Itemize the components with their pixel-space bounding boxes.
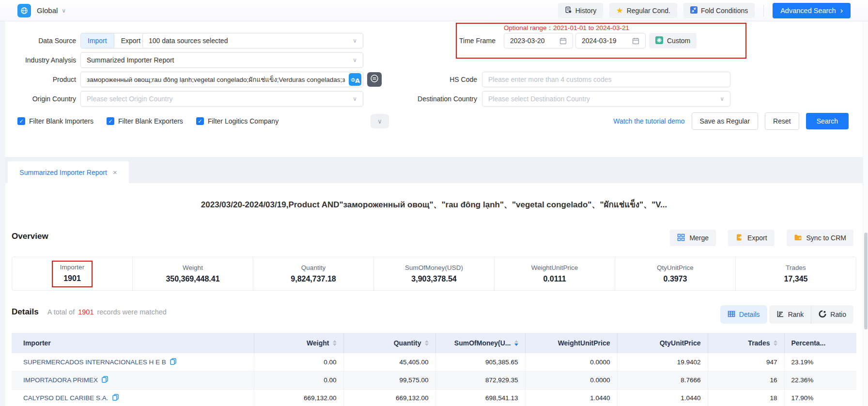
importer-link[interactable]: SUPERMERCADOS INTERNACIONALES H E B xyxy=(23,358,247,366)
copy-icon[interactable] xyxy=(170,358,176,366)
form-actions: Watch the tutorial demo Save as Regular … xyxy=(613,112,849,130)
origin-country-select[interactable]: Please select Origin Country ∨ xyxy=(80,91,363,107)
checkbox-checked-icon: ✓ xyxy=(196,117,204,125)
origin-country-label: Origin Country xyxy=(0,91,76,107)
history-button[interactable]: History xyxy=(558,3,604,18)
chevron-down-icon: ∨ xyxy=(720,95,724,102)
collapse-form-button[interactable]: ∨ xyxy=(371,114,389,128)
folder-sync-icon xyxy=(794,234,802,243)
cell-weight: 0.00 xyxy=(254,353,343,371)
merge-icon xyxy=(677,234,685,243)
header-percentage: Percenta... xyxy=(784,333,856,353)
records-summary: A total of1901records were matched xyxy=(47,308,167,316)
tab-summarized-importer-report[interactable]: Summarized Importer Report × xyxy=(8,161,129,183)
query-title: 2023/03/20-2024/03/19,Product AND"заморо… xyxy=(0,198,868,211)
header-sum-of-money[interactable]: SumOfMoney(U... xyxy=(435,333,525,353)
time-frame-label: Time Frame xyxy=(399,33,496,48)
screen: Global ∨ History ★ Regular Cond. Fold Co… xyxy=(0,0,868,406)
header-trades[interactable]: Trades xyxy=(708,333,784,353)
importer-link[interactable]: CALYPSO DEL CARIBE S.A. xyxy=(23,394,247,402)
date-to-value: 2024-03-19 xyxy=(582,37,617,45)
copy-icon[interactable] xyxy=(112,394,119,402)
table-row: CALYPSO DEL CARIBE S.A. 669,132.00 669,1… xyxy=(12,389,856,406)
cell-percentage: 17.90% xyxy=(784,389,856,406)
sort-icon[interactable] xyxy=(333,340,337,346)
sort-icon[interactable] xyxy=(774,340,777,346)
stat-quantity: Quantity 9,824,737.18 xyxy=(253,257,374,290)
search-button[interactable]: Search xyxy=(806,113,849,129)
header-importer: Importer xyxy=(12,333,254,353)
rank-view-button[interactable]: Rank xyxy=(769,305,811,324)
import-option[interactable]: Import xyxy=(81,33,114,48)
overview-stats-card: Importer 1901 Weight 350,369,448.41 Quan… xyxy=(12,257,856,291)
stat-value: 3,903,378.54 xyxy=(411,275,456,283)
merge-button[interactable]: Merge xyxy=(670,230,716,246)
filter-label: Filter Blank Importers xyxy=(29,117,93,125)
ratio-view-label: Ratio xyxy=(830,311,846,318)
stat-weight-unit-price: WeightUnitPrice 0.0111 xyxy=(495,257,615,290)
export-button[interactable]: Export xyxy=(728,230,774,246)
cell-quantity: 45,405.00 xyxy=(343,353,435,371)
translate-icon[interactable]: ФA xyxy=(349,73,361,88)
cell-trades: 18 xyxy=(708,389,784,406)
header-quantity[interactable]: Quantity xyxy=(343,333,435,353)
chevron-down-icon: ∨ xyxy=(377,118,382,125)
regular-cond-label: Regular Cond. xyxy=(627,7,670,15)
region-switcher[interactable]: Global ∨ xyxy=(17,4,66,17)
rank-view-label: Rank xyxy=(788,311,804,318)
checkbox-filter-logitics-company[interactable]: ✓ Filter Logitics Company xyxy=(196,117,279,125)
data-source-select[interactable]: 100 data sources selected ∨ xyxy=(142,33,363,48)
view-toggle-group: Rank Ratio xyxy=(769,305,853,324)
destination-country-select[interactable]: Please select Destination Country ∨ xyxy=(482,91,730,107)
hs-code-input[interactable] xyxy=(482,72,730,87)
cell-weight: 0.00 xyxy=(254,371,343,389)
close-icon[interactable]: × xyxy=(113,168,117,176)
date-from-input[interactable]: 2023-03-20 xyxy=(504,33,573,48)
sort-icon-desc-active[interactable] xyxy=(514,340,518,346)
header-weight[interactable]: Weight xyxy=(254,333,343,353)
importer-link[interactable]: IMPORTADORA PRIMEX xyxy=(23,376,247,384)
stat-label: QtyUnitPrice xyxy=(657,264,694,271)
product-input[interactable] xyxy=(80,72,363,87)
scrollbar-thumb[interactable] xyxy=(864,233,868,329)
data-source-toggle: Import Export xyxy=(80,33,148,48)
tutorial-link[interactable]: Watch the tutorial demo xyxy=(613,117,684,125)
stat-value: 1901 xyxy=(63,274,81,283)
checkbox-filter-blank-exporters[interactable]: ✓ Filter Blank Exporters xyxy=(107,117,183,125)
scrollbar-track[interactable] xyxy=(863,21,868,406)
details-view-label: Details xyxy=(739,311,760,318)
tab-label: Summarized Importer Report xyxy=(19,169,107,176)
details-title: Details xyxy=(12,307,39,317)
cell-percentage: 23.19% xyxy=(784,353,856,371)
sort-icon[interactable] xyxy=(425,340,429,346)
table-row: SUPERMERCADOS INTERNACIONALES H E B 0.00… xyxy=(12,353,856,371)
advanced-search-label: Advanced Search xyxy=(780,7,836,15)
sync-to-crm-button[interactable]: Sync to CRM xyxy=(787,230,853,246)
checkbox-checked-icon: ✓ xyxy=(107,117,114,125)
topbar-actions: History ★ Regular Cond. Fold Conditions … xyxy=(558,3,851,18)
checkbox-filter-blank-importers[interactable]: ✓ Filter Blank Importers xyxy=(17,117,93,125)
ratio-view-button[interactable]: Ratio xyxy=(811,305,853,324)
cell-quantity: 99,575.00 xyxy=(343,371,435,389)
reset-button[interactable]: Reset xyxy=(765,112,799,130)
cell-importer: IMPORTADORA PRIMEX xyxy=(12,371,254,389)
stat-weight: Weight 350,369,448.41 xyxy=(133,257,253,290)
advanced-search-button[interactable]: Advanced Search › xyxy=(773,3,851,18)
topbar: Global ∨ History ★ Regular Cond. Fold Co… xyxy=(0,0,868,21)
star-icon: ★ xyxy=(616,7,623,15)
date-to-input[interactable]: 2024-03-19 xyxy=(575,33,646,48)
optional-range-text: Optional range：2021-01-01 to 2024-03-21 xyxy=(504,24,629,32)
filter-checkboxes: ✓ Filter Blank Importers ✓ Filter Blank … xyxy=(17,113,279,129)
stat-importer: Importer 1901 xyxy=(12,257,133,290)
cell-trades: 16 xyxy=(708,371,784,389)
details-view-button[interactable]: Details xyxy=(720,305,767,324)
fold-conditions-button[interactable]: Fold Conditions xyxy=(683,3,755,18)
regular-cond-button[interactable]: ★ Regular Cond. xyxy=(609,3,677,18)
industry-analysis-select[interactable]: Summarized Importer Report ∨ xyxy=(80,52,363,68)
cell-quantity: 669,132.00 xyxy=(343,389,435,406)
divider xyxy=(763,5,764,16)
cell-qty-unit-price: 8.7666 xyxy=(617,371,708,389)
custom-range-button[interactable]: Custom xyxy=(649,33,697,48)
save-as-regular-button[interactable]: Save as Regular xyxy=(692,112,759,130)
copy-icon[interactable] xyxy=(102,376,108,384)
